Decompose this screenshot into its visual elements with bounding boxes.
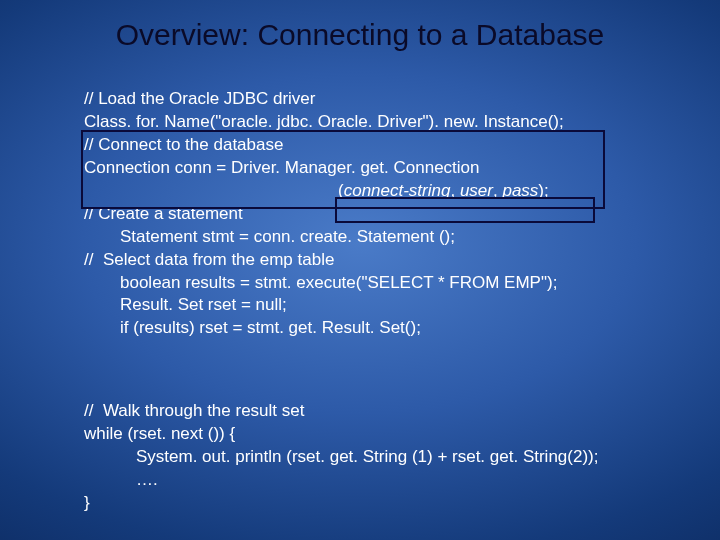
- code-line: boolean results = stmt. execute("SELECT …: [84, 272, 690, 295]
- code-line: Statement stmt = conn. create. Statement…: [84, 226, 690, 249]
- code-line: System. out. println (rset. get. String …: [84, 446, 690, 469]
- code-line: // Walk through the result set: [84, 400, 690, 423]
- code-line: if (results) rset = stmt. get. Result. S…: [84, 317, 690, 340]
- code-line-params: (connect-string, user, pass);: [84, 180, 690, 203]
- param-user: user: [460, 181, 493, 200]
- code-line: Class. for. Name("oracle. jdbc. Oracle. …: [84, 111, 690, 134]
- code-line: ….: [84, 469, 690, 492]
- code-line: // Connect to the database: [84, 134, 690, 157]
- code-line: // Create a statement: [84, 203, 690, 226]
- code-line: Result. Set rset = null;: [84, 294, 690, 317]
- slide: Overview: Connecting to a Database // Lo…: [0, 0, 720, 540]
- code-line: // Load the Oracle JDBC driver: [84, 88, 690, 111]
- code-line: }: [84, 492, 690, 515]
- code-line: // Select data from the emp table: [84, 249, 690, 272]
- param-pass: pass: [502, 181, 538, 200]
- code-block-walk: // Walk through the result set while (rs…: [84, 400, 690, 515]
- code-line: Connection conn = Driver. Manager. get. …: [84, 157, 690, 180]
- paren-close: );: [538, 181, 548, 200]
- code-line: while (rset. next ()) {: [84, 423, 690, 446]
- param-connect-string: connect-string: [344, 181, 451, 200]
- comma: ,: [450, 181, 459, 200]
- slide-title: Overview: Connecting to a Database: [0, 18, 720, 52]
- code-block-main: // Load the Oracle JDBC driver Class. fo…: [84, 88, 690, 340]
